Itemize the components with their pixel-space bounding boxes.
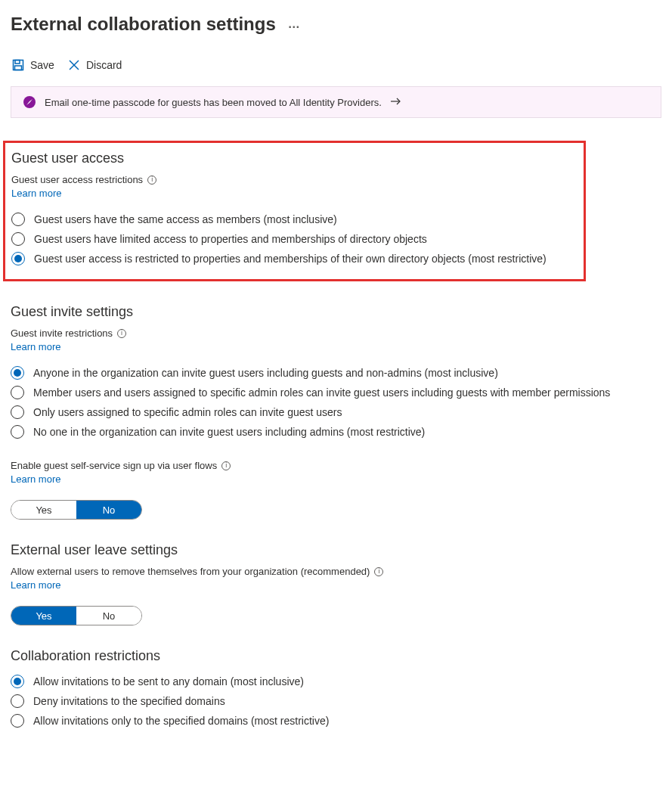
discard-button[interactable]: Discard — [67, 56, 123, 74]
external-leave-yes[interactable]: Yes — [11, 607, 76, 625]
guest-invite-option-0[interactable]: Anyone in the organization can invite gu… — [11, 363, 661, 383]
external-leave-title: External user leave settings — [11, 542, 661, 558]
radio-icon — [11, 714, 24, 728]
info-banner[interactable]: Email one-time passcode for guests has b… — [11, 86, 661, 118]
radio-icon — [11, 425, 24, 439]
guest-invite-option-2[interactable]: Only users assigned to specific admin ro… — [11, 402, 661, 422]
guest-invite-learn-more[interactable]: Learn more — [11, 341, 60, 352]
external-leave-section: External user leave settings Allow exter… — [11, 542, 661, 625]
self-service-toggle[interactable]: Yes No — [11, 500, 142, 520]
radio-icon — [11, 405, 24, 419]
arrow-right-icon — [391, 96, 401, 108]
radio-label: Allow invitations to be sent to any doma… — [33, 675, 304, 688]
guest-access-restrictions-label: Guest user access restrictions — [11, 174, 143, 185]
info-icon[interactable]: i — [147, 175, 156, 185]
guest-access-section: Guest user access Guest user access rest… — [3, 141, 586, 281]
guest-access-radio-group: Guest users have the same access as memb… — [11, 210, 578, 268]
save-button[interactable]: Save — [11, 56, 56, 74]
guest-access-field-label: Guest user access restrictions i — [11, 174, 578, 185]
guest-invite-radio-group: Anyone in the organization can invite gu… — [11, 363, 661, 442]
self-service-label: Enable guest self-service sign up via us… — [11, 460, 217, 471]
guest-access-title: Guest user access — [11, 151, 578, 166]
guest-invite-option-1[interactable]: Member users and users assigned to speci… — [11, 383, 661, 402]
info-icon[interactable]: i — [221, 461, 231, 470]
radio-label: Member users and users assigned to speci… — [33, 386, 610, 399]
save-icon — [12, 59, 24, 71]
radio-icon — [11, 366, 24, 380]
guest-access-option-0[interactable]: Guest users have the same access as memb… — [11, 210, 578, 229]
page-title-text: External collaboration settings — [11, 14, 276, 35]
radio-label: No one in the organization can invite gu… — [33, 426, 425, 438]
radio-icon — [11, 694, 24, 708]
collab-restrictions-section: Collaboration restrictions Allow invitat… — [11, 648, 661, 731]
guest-invite-section: Guest invite settings Guest invite restr… — [11, 304, 661, 520]
radio-icon — [11, 232, 25, 246]
guest-invite-title: Guest invite settings — [11, 304, 661, 320]
radio-label: Deny invitations to the specified domain… — [33, 695, 225, 707]
guest-access-option-1[interactable]: Guest users have limited access to prope… — [11, 229, 578, 249]
banner-text: Email one-time passcode for guests has b… — [45, 97, 382, 108]
radio-label: Guest user access is restricted to prope… — [34, 253, 547, 265]
radio-label: Guest users have limited access to prope… — [34, 233, 427, 245]
svg-rect-2 — [15, 66, 22, 70]
guest-invite-field-label: Guest invite restrictions i — [11, 327, 661, 339]
compass-icon — [23, 96, 36, 108]
guest-invite-option-3[interactable]: No one in the organization can invite gu… — [11, 422, 661, 442]
page-title: External collaboration settings … — [11, 14, 661, 35]
save-label: Save — [30, 59, 54, 71]
radio-icon — [11, 213, 25, 226]
discard-label: Discard — [86, 59, 122, 71]
toolbar: Save Discard — [11, 56, 661, 74]
guest-access-learn-more[interactable]: Learn more — [11, 188, 61, 199]
external-leave-toggle[interactable]: Yes No — [11, 606, 142, 625]
external-leave-label: Allow external users to remove themselve… — [11, 566, 370, 577]
svg-marker-5 — [26, 99, 33, 105]
radio-label: Anyone in the organization can invite gu… — [33, 367, 498, 379]
radio-label: Allow invitations only to the specified … — [33, 715, 329, 727]
collab-option-2[interactable]: Allow invitations only to the specified … — [11, 711, 661, 731]
radio-icon — [11, 252, 25, 265]
collab-option-0[interactable]: Allow invitations to be sent to any doma… — [11, 672, 661, 691]
collab-option-1[interactable]: Deny invitations to the specified domain… — [11, 691, 661, 711]
self-service-learn-more[interactable]: Learn more — [11, 473, 60, 485]
radio-icon — [11, 386, 24, 399]
radio-label: Only users assigned to specific admin ro… — [33, 406, 342, 418]
self-service-yes[interactable]: Yes — [11, 501, 76, 519]
collab-restrictions-radio-group: Allow invitations to be sent to any doma… — [11, 672, 661, 731]
external-leave-learn-more[interactable]: Learn more — [11, 579, 60, 591]
radio-icon — [11, 675, 24, 688]
external-leave-no[interactable]: No — [76, 607, 141, 625]
info-icon[interactable]: i — [117, 329, 126, 338]
self-service-field-label: Enable guest self-service sign up via us… — [11, 460, 661, 471]
close-icon — [68, 59, 80, 71]
guest-access-option-2[interactable]: Guest user access is restricted to prope… — [11, 249, 578, 268]
external-leave-field-label: Allow external users to remove themselve… — [11, 566, 661, 577]
info-icon[interactable]: i — [374, 567, 383, 576]
svg-rect-1 — [15, 61, 20, 64]
radio-label: Guest users have the same access as memb… — [34, 213, 337, 225]
more-actions-icon[interactable]: … — [288, 17, 302, 31]
guest-invite-restrictions-label: Guest invite restrictions — [11, 327, 113, 339]
collab-restrictions-title: Collaboration restrictions — [11, 648, 661, 664]
self-service-no[interactable]: No — [76, 501, 141, 519]
